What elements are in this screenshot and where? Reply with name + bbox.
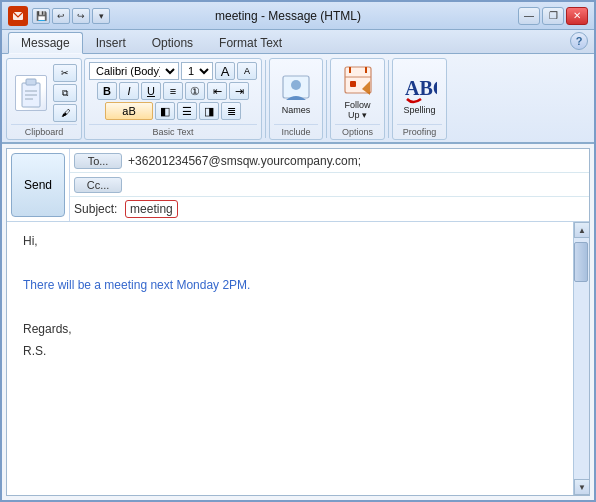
cc-button[interactable]: Cc...	[74, 177, 122, 193]
align-left-btn[interactable]: ◧	[155, 102, 175, 120]
help-button[interactable]: ?	[570, 32, 588, 50]
paste-icon	[15, 75, 47, 111]
body-line-6: R.S.	[23, 344, 565, 358]
follow-up-button[interactable]: FollowUp ▾	[336, 63, 380, 123]
send-button[interactable]: Send	[11, 153, 65, 217]
font-row-3: aB ◧ ☰ ◨ ≣	[105, 102, 241, 120]
app-icon	[8, 6, 28, 26]
increase-font-btn[interactable]: A	[215, 62, 235, 80]
ribbon: ✂ ⧉ 🖌 Clipboard Calibri (Body) 11 A A	[2, 54, 594, 144]
subject-field: Subject: meeting	[70, 197, 589, 221]
font-row-2: B I U ≡ ① ⇤ ⇥	[97, 82, 249, 100]
scroll-down-btn[interactable]: ▼	[574, 479, 589, 495]
justify-btn[interactable]: ≣	[221, 102, 241, 120]
decrease-font-btn[interactable]: A	[237, 62, 257, 80]
proofing-label: Proofing	[397, 124, 442, 137]
spelling-icon: ABC	[402, 70, 438, 106]
italic-button[interactable]: I	[119, 82, 139, 100]
scroll-up-icon: ▲	[578, 226, 586, 235]
to-button[interactable]: To...	[74, 153, 122, 169]
format-painter-button[interactable]: 🖌	[53, 104, 77, 122]
font-family-select[interactable]: Calibri (Body)	[89, 62, 179, 80]
body-container: Hi, There will be a meeting next Monday …	[7, 221, 589, 495]
divider-1	[265, 60, 266, 138]
subject-value[interactable]: meeting	[125, 200, 178, 218]
divider-3	[388, 60, 389, 138]
outlook-window: 💾 ↩ ↪ ▾ meeting - Message (HTML) — ❐ ✕ M…	[0, 0, 596, 502]
font-row-1: Calibri (Body) 11 A A	[89, 62, 257, 80]
svg-text:ABC: ABC	[405, 77, 437, 99]
basic-text-content: Calibri (Body) 11 A A B I U ≡ ① ⇤ ⇥	[89, 62, 257, 124]
follow-up-label: FollowUp ▾	[344, 101, 370, 121]
window-controls: — ❐ ✕	[518, 7, 588, 25]
tab-format-text[interactable]: Format Text	[206, 31, 295, 53]
tab-insert[interactable]: Insert	[83, 31, 139, 53]
scroll-track[interactable]	[574, 238, 589, 479]
tab-message[interactable]: Message	[8, 32, 83, 54]
list-btn[interactable]: ≡	[163, 82, 183, 100]
body-line-1: Hi,	[23, 234, 565, 248]
body-line-2	[23, 256, 565, 270]
divider-2	[326, 60, 327, 138]
fields-area: To... +36201234567@smsqw.yourcompany.com…	[70, 149, 589, 221]
options-group: FollowUp ▾ Options	[330, 58, 385, 140]
tab-options[interactable]: Options	[139, 31, 206, 53]
to-value: +36201234567@smsqw.yourcompany.com;	[126, 153, 589, 169]
options-label: Options	[335, 124, 380, 137]
align-center-btn[interactable]: ☰	[177, 102, 197, 120]
email-header: Send To... +36201234567@smsqw.yourcompan…	[7, 149, 589, 221]
names-icon	[278, 70, 314, 106]
to-field: To... +36201234567@smsqw.yourcompany.com…	[70, 149, 589, 173]
subject-label: Subject:	[70, 201, 125, 217]
increase-indent-btn[interactable]: ⇥	[229, 82, 249, 100]
body-line-4	[23, 300, 565, 314]
proofing-content: ABC Spelling	[397, 62, 442, 124]
numblist-btn[interactable]: ①	[185, 82, 205, 100]
options-content: FollowUp ▾	[335, 62, 380, 124]
svg-point-8	[291, 80, 301, 90]
cut-button[interactable]: ✂	[53, 64, 77, 82]
ribbon-tab-bar: Message Insert Options Format Text ?	[2, 30, 594, 54]
body-line-5: Regards,	[23, 322, 565, 336]
svg-rect-3	[26, 79, 36, 85]
font-color-btn[interactable]: aB	[105, 102, 153, 120]
restore-btn[interactable]: ❐	[542, 7, 564, 25]
send-area: Send	[7, 149, 70, 221]
compose-area: Send To... +36201234567@smsqw.yourcompan…	[6, 148, 590, 496]
message-body[interactable]: Hi, There will be a meeting next Monday …	[7, 222, 589, 378]
underline-button[interactable]: U	[141, 82, 161, 100]
scroll-down-icon: ▼	[578, 483, 586, 492]
font-size-select[interactable]: 11	[181, 62, 213, 80]
spelling-label: Spelling	[403, 106, 435, 116]
cc-value[interactable]	[126, 184, 589, 186]
bold-button[interactable]: B	[97, 82, 117, 100]
align-right-btn[interactable]: ◨	[199, 102, 219, 120]
scroll-thumb[interactable]	[574, 242, 588, 282]
paste-button[interactable]	[11, 73, 51, 113]
cc-field: Cc...	[70, 173, 589, 197]
proofing-group: ABC Spelling Proofing	[392, 58, 447, 140]
title-bar: 💾 ↩ ↪ ▾ meeting - Message (HTML) — ❐ ✕	[2, 2, 594, 30]
decrease-indent-btn[interactable]: ⇤	[207, 82, 227, 100]
vertical-scrollbar[interactable]: ▲ ▼	[573, 222, 589, 495]
clipboard-small-btns: ✂ ⧉ 🖌	[53, 64, 77, 122]
close-btn[interactable]: ✕	[566, 7, 588, 25]
basic-text-label: Basic Text	[89, 124, 257, 137]
names-button[interactable]: Names	[274, 68, 318, 118]
save-quick-btn[interactable]: 💾	[32, 8, 50, 24]
include-group: Names Include	[269, 58, 323, 140]
window-title: meeting - Message (HTML)	[62, 9, 514, 23]
copy-button[interactable]: ⧉	[53, 84, 77, 102]
svg-rect-13	[350, 81, 356, 87]
spelling-button[interactable]: ABC Spelling	[398, 68, 442, 118]
clipboard-content: ✂ ⧉ 🖌	[11, 62, 77, 124]
clipboard-group: ✂ ⧉ 🖌 Clipboard	[6, 58, 82, 140]
clipboard-label: Clipboard	[11, 124, 77, 137]
basic-text-group: Calibri (Body) 11 A A B I U ≡ ① ⇤ ⇥	[84, 58, 262, 140]
names-label: Names	[282, 106, 311, 116]
body-line-3: There will be a meeting next Monday 2PM.	[23, 278, 565, 292]
include-label: Include	[274, 124, 318, 137]
scroll-up-btn[interactable]: ▲	[574, 222, 589, 238]
minimize-btn[interactable]: —	[518, 7, 540, 25]
include-content: Names	[274, 62, 318, 124]
